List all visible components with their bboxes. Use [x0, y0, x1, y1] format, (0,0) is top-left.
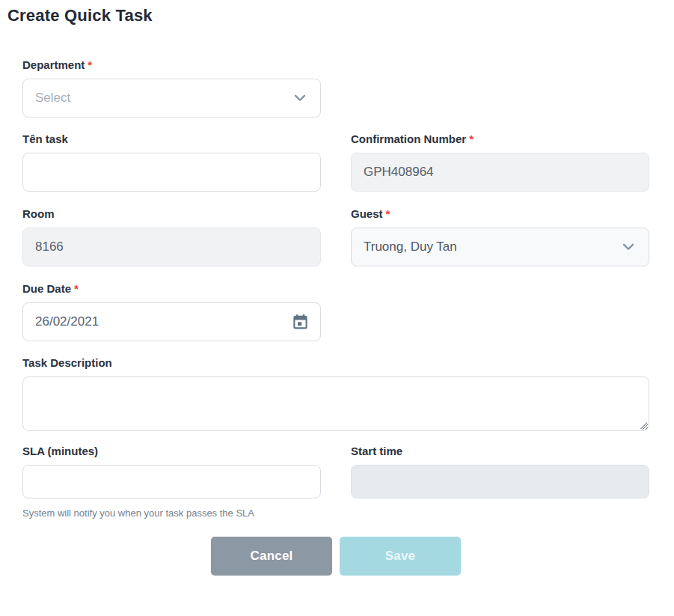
room-label-text: Room [22, 207, 55, 220]
sla-helper-text: System will notify you when your task pa… [22, 507, 321, 519]
department-label-text: Department [22, 58, 85, 71]
form-actions: Cancel Save [22, 537, 649, 576]
chevron-down-icon [620, 239, 637, 255]
confirmation-number-label: Confirmation Number* [351, 132, 649, 146]
task-description-label: Task Description [22, 356, 649, 370]
guest-select-value: Truong, Duy Tan [364, 240, 457, 254]
required-asterisk: * [386, 207, 390, 220]
guest-select[interactable]: Truong, Duy Tan [351, 228, 649, 266]
calendar-icon[interactable] [289, 311, 311, 333]
guest-label-text: Guest [351, 207, 383, 220]
department-label: Department* [22, 58, 321, 72]
required-asterisk: * [469, 132, 474, 145]
page-title: Create Quick Task [7, 6, 674, 25]
department-select[interactable]: Select [22, 79, 321, 118]
due-date-label: Due Date* [22, 282, 321, 296]
task-name-label: Tên task [22, 132, 321, 146]
confirmation-number-input [351, 153, 649, 192]
sla-input[interactable] [22, 465, 321, 498]
cancel-button[interactable]: Cancel [211, 537, 332, 576]
save-button[interactable]: Save [340, 537, 461, 576]
task-description-label-text: Task Description [22, 356, 112, 369]
start-time-label-text: Start time [351, 445, 402, 457]
sla-label-text: SLA (minutes) [22, 445, 98, 457]
start-time-label: Start time [351, 445, 649, 458]
sla-label: SLA (minutes) [22, 445, 321, 458]
confirmation-number-label-text: Confirmation Number [351, 132, 466, 145]
create-quick-task-page: Create Quick Task Department* Select Tên… [0, 6, 674, 576]
task-name-label-text: Tên task [22, 132, 68, 145]
due-date-label-text: Due Date [22, 282, 71, 295]
department-select-value: Select [35, 91, 70, 106]
quick-task-form: Department* Select Tên task Confirmation… [0, 58, 674, 576]
chevron-down-icon [292, 90, 308, 106]
task-name-input[interactable] [22, 153, 321, 192]
guest-label: Guest* [351, 207, 649, 221]
task-description-textarea[interactable] [22, 376, 649, 431]
start-time-input [351, 465, 649, 498]
room-input [22, 228, 321, 266]
required-asterisk: * [88, 58, 92, 71]
due-date-input[interactable] [22, 302, 321, 341]
required-asterisk: * [74, 282, 79, 295]
room-label: Room [22, 207, 321, 221]
